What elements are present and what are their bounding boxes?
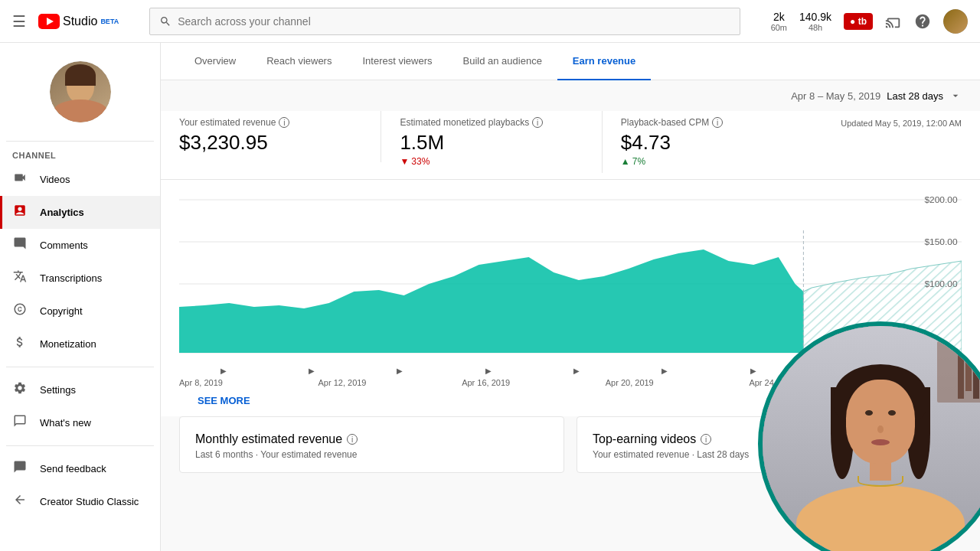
sidebar-item-comments[interactable]: Comments [0,229,160,262]
up-arrow-icon: ▲ [621,156,630,167]
sidebar-label-comments: Comments [40,240,88,251]
logo: Studio BETA [38,14,119,29]
sidebar-item-feedback[interactable]: Send feedback [0,452,160,485]
sidebar-item-creator-classic[interactable]: Creator Studio Classic [0,485,160,518]
live-badge-text: ● tb [850,16,867,27]
monthly-revenue-sub: Last 6 months · Your estimated revenue [195,449,548,460]
chart-date-labels: Apr 8, 2019 Apr 12, 2019 Apr 16, 2019 Ap… [179,375,797,393]
settings-icon [12,381,28,399]
svg-text:$200.00: $200.00 [924,195,957,204]
date-label-1: Apr 8, 2019 [179,378,223,387]
search-icon [159,15,172,28]
play-icon-3[interactable]: ▶ [397,367,403,375]
sidebar-item-whats-new[interactable]: What's new [0,406,160,439]
topbar-left: ☰ Studio BETA [12,12,119,31]
play-icon-4[interactable]: ▶ [485,367,492,375]
logo-text: Studio [63,15,97,28]
stat-card-playbacks: Estimated monetized playbacks i 1.5M ▼ 3… [381,111,602,173]
hamburger-menu[interactable]: ☰ [12,12,26,31]
tab-revenue[interactable]: Earn revenue [557,43,651,80]
info-icon-top-earning[interactable]: i [701,434,711,445]
monthly-revenue-title: Monthly estimated revenue i [195,432,548,446]
stat-value-revenue: $3,230.95 [179,131,362,155]
cast-icon[interactable] [885,13,902,30]
sidebar-item-videos[interactable]: Videos [0,163,160,196]
info-icon-monthly[interactable]: i [347,434,358,445]
sidebar-label-videos: Videos [40,174,70,185]
stat-label-revenue: Your estimated revenue i [179,117,362,128]
date-label-2: Apr 12, 2019 [318,378,367,387]
creator-classic-icon [12,493,28,510]
views-stat: 2k 60m [771,11,787,32]
tab-audience[interactable]: Build an audience [448,43,557,80]
play-icon-5[interactable]: ▶ [573,367,580,375]
search-bar [149,8,740,35]
sidebar-label-settings: Settings [40,384,76,396]
info-icon-cpm[interactable]: i [712,117,723,128]
live-badge[interactable]: ● tb [844,13,873,30]
sidebar-label-monetization: Monetization [40,338,96,350]
analytics-tabs: Overview Reach viewers Interest viewers … [161,43,980,80]
date-range-text: Apr 8 – May 5, 2019 [791,90,880,102]
user-avatar[interactable] [943,9,968,34]
sidebar-label-whats-new: What's new [40,417,91,429]
date-range-bar: Apr 8 – May 5, 2019 Last 28 days [161,80,980,111]
youtube-logo-icon [38,14,60,29]
comments-icon [12,236,28,254]
sidebar-label-creator-classic: Creator Studio Classic [40,496,139,507]
stat-value-playbacks: 1.5M [400,131,583,155]
sidebar-divider-bottom [6,445,154,446]
stat-change-playbacks: ▼ 33% [400,156,583,167]
play-icon-6[interactable]: ▶ [662,367,668,375]
transcriptions-icon [12,269,28,287]
sidebar-item-monetization[interactable]: Monetization [0,328,160,360]
monthly-revenue-card: Monthly estimated revenue i Last 6 month… [179,416,564,473]
tab-overview[interactable]: Overview [179,43,251,80]
logo-beta: BETA [100,18,119,25]
sidebar-label-transcriptions: Transcriptions [40,272,102,284]
videos-icon [12,171,28,188]
svg-text:$150.00: $150.00 [924,237,957,246]
tab-interest[interactable]: Interest viewers [347,43,447,80]
help-icon[interactable] [914,13,931,30]
date-period-label: Last 28 days [887,90,943,102]
sidebar-label-feedback: Send feedback [40,463,106,474]
feedback-icon [12,460,28,478]
stat-card-cpm: Playback-based CPM i $4.73 ▲ 7% [603,111,822,173]
play-icon-7[interactable]: ▶ [750,367,756,375]
sidebar-divider-mid [6,367,154,367]
stat-label-cpm: Playback-based CPM i [621,117,804,128]
whats-new-icon [12,414,28,432]
sidebar-label-copyright: Copyright [40,305,83,317]
person-silhouette [763,326,980,551]
stat-change-cpm: ▲ 7% [621,156,804,167]
updated-text: Updated May 5, 2019, 12:00 AM [822,112,962,134]
video-overlay [758,321,980,551]
topbar-right: 2k 60m 140.9k 48h ● tb [771,9,968,34]
sidebar: Channel Videos Analytics Comments Transc… [0,43,161,551]
info-icon-playbacks[interactable]: i [532,117,543,128]
sidebar-item-analytics[interactable]: Analytics [0,196,160,229]
stat-value-cpm: $4.73 [621,131,804,155]
subs-stat: 140.9k 48h [799,11,831,32]
date-dropdown-icon[interactable] [949,90,962,102]
date-label-3: Apr 16, 2019 [462,378,510,387]
info-icon-revenue[interactable]: i [279,117,289,128]
copyright-icon [12,302,28,320]
play-icon-2[interactable]: ▶ [309,367,315,375]
sidebar-item-settings[interactable]: Settings [0,373,160,406]
tab-reach[interactable]: Reach viewers [251,43,347,80]
sidebar-item-transcriptions[interactable]: Transcriptions [0,262,160,295]
sidebar-avatar-section [0,43,160,141]
stat-label-playbacks: Estimated monetized playbacks i [400,117,583,128]
sidebar-label-analytics: Analytics [40,207,84,218]
stat-card-revenue: Your estimated revenue i $3,230.95 [179,111,381,162]
video-overlay-inner [763,326,980,551]
channel-section-label: Channel [0,142,160,163]
analytics-icon [12,204,28,221]
date-label-4: Apr 20, 2019 [606,378,654,387]
search-input[interactable] [178,15,730,28]
play-icons-container: ▶ ▶ ▶ ▶ ▶ ▶ ▶ [179,367,797,375]
play-icon-1[interactable]: ▶ [220,367,227,375]
sidebar-item-copyright[interactable]: Copyright [0,295,160,328]
